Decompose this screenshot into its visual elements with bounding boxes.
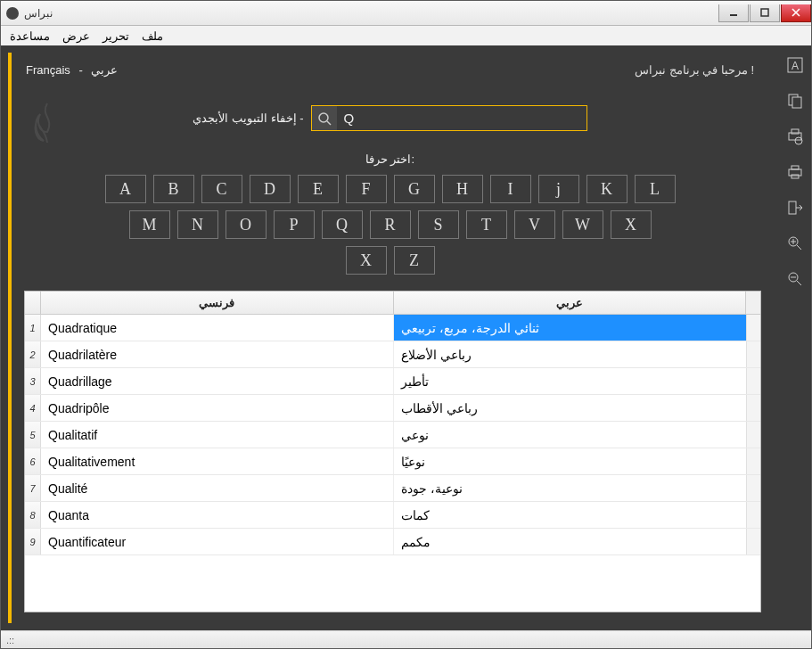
scrollbar-track[interactable] [746,368,760,394]
menu-help[interactable]: مساعدة [10,29,50,43]
scrollbar-track[interactable] [746,502,760,528]
lang-ar[interactable]: عربي [91,63,118,77]
zoom-in-button[interactable] [784,233,806,254]
scrollbar-track[interactable] [746,448,760,474]
cell-ar[interactable]: تأطير [394,368,746,394]
exit-button[interactable] [784,197,806,218]
print-preview-icon [786,127,804,145]
svg-point-2 [319,113,328,122]
svg-line-3 [327,121,331,125]
side-toolbar: A [779,45,811,630]
cell-ar[interactable]: مكمم [394,529,746,555]
scrollbar-track[interactable] [746,395,760,421]
cell-fr[interactable]: Quantificateur [41,529,394,555]
cell-ar[interactable]: نوعية، جودة [394,475,746,501]
cell-fr[interactable]: Quadripôle [41,395,394,421]
print-button[interactable] [784,161,806,183]
svg-rect-0 [730,14,737,16]
cell-fr[interactable]: Qualité [41,475,394,501]
hide-alpha-toggle[interactable]: إخفاء التبويب الأبجدي - [193,111,303,125]
svg-text:A: A [791,60,799,72]
statusbar: .:: [1,630,811,648]
row-index: 1 [25,315,41,341]
scrollbar-track[interactable] [746,315,760,341]
cell-ar[interactable]: نوعيًا [394,448,746,474]
col-header-ar[interactable]: عربي [394,292,747,314]
letter-e[interactable]: E [298,175,339,203]
scrollbar-track[interactable] [746,341,760,367]
scrollbar-track[interactable] [746,529,760,555]
letter-c[interactable]: C [201,175,242,203]
row-index: 7 [25,475,41,501]
cell-fr[interactable]: Quadrillage [41,368,394,394]
letter-w[interactable]: W [562,210,603,239]
menu-file[interactable]: ملف [142,29,163,43]
search-input[interactable] [337,106,586,130]
letter-h[interactable]: H [442,175,483,203]
cell-ar[interactable]: ثنائي الدرجة، مربع، تربيعي [394,315,746,341]
lang-fr[interactable]: Français [26,63,70,77]
letter-l[interactable]: L [635,175,676,203]
table-row[interactable]: 4Quadripôleرباعي الأقطاب [25,395,760,422]
copy-button[interactable] [784,90,806,111]
copy-icon [786,92,804,110]
letter-r[interactable]: R [370,210,411,239]
close-button[interactable] [781,4,811,22]
cell-fr[interactable]: Qualitativement [41,448,394,474]
letter-z[interactable]: Z [394,246,435,275]
welcome-text: مرحبا في برنامج نبراس ! [635,63,754,77]
menu-view[interactable]: عرض [62,29,90,43]
table-row[interactable]: 6Qualitativementنوعيًا [25,448,760,475]
cell-fr[interactable]: Quadratique [41,315,394,341]
print-icon [786,163,804,181]
cell-fr[interactable]: Quanta [41,502,394,528]
letter-m[interactable]: M [129,210,170,239]
cell-fr[interactable]: Quadrilatère [41,341,394,367]
letter-a[interactable]: A [105,175,146,203]
svg-line-20 [797,281,801,285]
table-row[interactable]: 7Qualitéنوعية، جودة [25,475,760,502]
table-row[interactable]: 2Quadrilatèreرباعي الأضلاع [25,341,760,368]
letter-s[interactable]: S [418,210,459,239]
letter-b[interactable]: B [153,175,194,203]
letter-g[interactable]: G [394,175,435,203]
col-header-fr[interactable]: فرنسي [41,292,394,314]
letter-x[interactable]: X [611,210,652,239]
letter-n[interactable]: N [177,210,218,239]
scrollbar-track[interactable] [746,292,760,314]
scrollbar-track[interactable] [746,422,760,448]
table-row[interactable]: 5Qualitatifنوعي [25,422,760,448]
zoom-out-button[interactable] [784,268,806,290]
print-preview-button[interactable] [784,126,806,147]
table-row[interactable]: 8Quantaكمات [25,502,760,529]
letter-v[interactable]: V [514,210,555,239]
letter-p[interactable]: P [274,210,315,239]
cell-ar[interactable]: نوعي [394,422,746,448]
cell-ar[interactable]: كمات [394,502,746,528]
letter-t[interactable]: T [466,210,507,239]
svg-rect-14 [789,201,796,214]
letter-i[interactable]: I [490,175,531,203]
svg-line-16 [797,245,801,250]
language-switch[interactable]: Français - عربي [26,63,118,77]
table-row[interactable]: 9Quantificateurمكمم [25,529,760,555]
maximize-button[interactable] [750,4,780,22]
letter-f[interactable]: F [346,175,387,203]
letter-o[interactable]: O [226,210,267,239]
cell-fr[interactable]: Qualitatif [41,422,394,448]
font-button[interactable]: A [784,54,806,76]
table-row[interactable]: 1Quadratiqueثنائي الدرجة، مربع، تربيعي [25,315,760,341]
table-row[interactable]: 3Quadrillageتأطير [25,368,760,395]
cell-ar[interactable]: رباعي الأقطاب [394,395,746,421]
menu-edit[interactable]: تحرير [103,29,129,43]
letter-d[interactable]: D [250,175,291,203]
letter-x[interactable]: X [346,246,387,275]
letter-q[interactable]: Q [322,210,363,239]
scrollbar-track[interactable] [746,475,760,501]
cell-ar[interactable]: رباعي الأضلاع [394,341,746,367]
row-index: 8 [25,502,41,528]
minimize-button[interactable] [718,4,749,22]
search-button[interactable] [312,106,337,130]
letter-j[interactable]: j [538,175,579,203]
letter-k[interactable]: K [586,175,627,203]
